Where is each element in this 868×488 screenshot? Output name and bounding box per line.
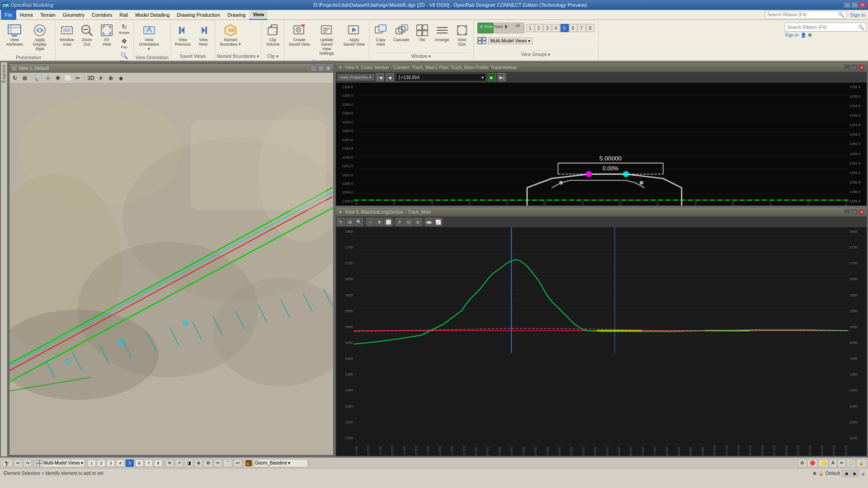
menu-item-view[interactable]: View (249, 10, 268, 20)
view-cross-canvas[interactable]: 1296.0 1295.5 1295.0 1294.5 1294.0 1293.… (336, 83, 867, 206)
copy-view-button[interactable]: CopyView (371, 22, 390, 48)
bottom-scale-btn[interactable]: ◨ (184, 459, 193, 467)
view-long-canvas[interactable]: 1800 1750 1700 1650 1600 1550 1500 1450 … (336, 227, 867, 456)
cross-close-btn[interactable]: ✕ (859, 64, 865, 70)
bottom-view-btn-3[interactable]: 3 (107, 460, 115, 467)
vt-grid-btn[interactable]: # (96, 74, 105, 82)
lt-nav-btn[interactable]: ◀▶ (425, 218, 433, 226)
menu-item-model-detailing[interactable]: Model Detailing (132, 10, 173, 20)
bottom-lock-btn[interactable]: 🔒 (856, 459, 866, 467)
lt-table-btn[interactable]: ⊟ (405, 218, 413, 226)
cross-min-btn[interactable]: _ (844, 64, 850, 70)
viewport-left-canvas[interactable] (9, 84, 333, 455)
menu-item-geometry[interactable]: Geometry (59, 10, 88, 20)
lt-grid-btn[interactable]: # (396, 218, 404, 226)
view-number-7[interactable]: 7 (578, 24, 586, 32)
view-number-5[interactable]: 5 (561, 24, 569, 32)
bottom-join-btn[interactable]: ⌒ (223, 459, 232, 467)
view-attributes-button[interactable]: ViewAttributes (4, 22, 25, 48)
bottom-cut-btn[interactable]: ✂ (214, 459, 222, 467)
cross-properties-btn[interactable]: View Properties ▾ (338, 74, 374, 80)
named-boundary-button[interactable]: NB NamedBoundary ▾ (217, 22, 244, 48)
menu-item-rail[interactable]: Rail (116, 10, 132, 20)
bottom-tools-btn4[interactable]: ✏ (838, 459, 846, 467)
prev-view-button[interactable]: Prev (477, 23, 494, 33)
lt-chart-btn[interactable]: 📈 (434, 218, 442, 226)
vt-window-btn[interactable]: ⬜ (63, 74, 72, 82)
view-orientation-button[interactable]: ViewOrientation ▾ (136, 22, 163, 53)
rotate-view-button[interactable]: ↻Rotate (117, 22, 132, 36)
bottom-settings-btn[interactable]: ⚙ (204, 459, 212, 467)
clip-volume-button[interactable]: ClipVolume (263, 22, 282, 48)
bottom-redo-btn[interactable]: ↪ (24, 459, 32, 467)
long-min-btn[interactable]: _ (844, 209, 850, 215)
vt-3d-btn[interactable]: 3D (86, 74, 95, 82)
fit-view-button[interactable]: FitView (97, 22, 116, 48)
maximize-button[interactable]: □ (851, 2, 859, 8)
bottom-view-btn-8[interactable]: 8 (154, 460, 162, 467)
view-groups-dropdown[interactable]: Multi-Model Views ▾ (488, 38, 533, 44)
cross-station-dropdown[interactable]: 1+138.664 ▾ (396, 73, 486, 81)
view-number-1[interactable]: 1 (526, 24, 534, 32)
view-number-8[interactable]: 8 (586, 24, 594, 32)
long-max-btn[interactable]: □ (851, 209, 858, 215)
vt-snap-btn[interactable]: ⊕ (106, 74, 115, 82)
bottom-view-btn-4[interactable]: 4 (116, 460, 124, 467)
close-button[interactable]: ✕ (859, 2, 866, 8)
sign-in-ribbon-label[interactable]: Sign in (785, 33, 799, 38)
vp-close-btn[interactable]: ✕ (325, 65, 331, 71)
menu-item-drawing[interactable]: Drawing (224, 10, 249, 20)
cross-nav-prev-btn[interactable]: |◀ (376, 73, 384, 81)
view-number-6[interactable]: 6 (569, 24, 577, 32)
cross-nav-back-btn[interactable]: ◀ (386, 73, 394, 81)
vp-minimize-btn[interactable]: _ (311, 65, 317, 71)
zoom-out-button[interactable]: ZoomOut (77, 22, 96, 48)
apply-saved-view-button[interactable]: ApplySaved View (341, 22, 367, 48)
create-saved-view-button[interactable]: CreateSaved View (286, 22, 312, 48)
bottom-select-btn[interactable] (2, 459, 13, 467)
cross-max-btn[interactable]: □ (851, 64, 858, 70)
window-area-button[interactable]: WindowArea (57, 22, 76, 48)
view-number-2[interactable]: 2 (535, 24, 543, 32)
search-ribbon-input[interactable] (765, 11, 846, 19)
lt-fit-btn[interactable]: ⊞ (346, 218, 354, 226)
update-saved-view-settings-button[interactable]: Update SavedView Settings (313, 22, 340, 57)
view-number-4[interactable]: 4 (552, 24, 560, 32)
search-ribbon-field[interactable] (785, 23, 866, 32)
next-view-button[interactable]: Next (494, 23, 510, 33)
pan-view-button[interactable]: ✥Pan (117, 36, 132, 50)
status-btn2[interactable]: ▶ (851, 470, 859, 477)
bottom-text-btn[interactable]: A (829, 459, 837, 467)
view-previous-button[interactable]: ViewPrevious (173, 22, 193, 48)
bottom-view-btn-2[interactable]: 2 (97, 460, 105, 467)
tile-button[interactable]: Tile (413, 22, 432, 44)
lt-zoom-btn[interactable]: 🔍 (355, 218, 363, 226)
bottom-undo-btn[interactable]: ↩ (14, 459, 22, 467)
status-btn1[interactable]: ◀ (842, 470, 850, 477)
vt-fit-btn[interactable]: ⊞ (20, 74, 29, 82)
vt-clip-btn[interactable]: ✂ (73, 74, 82, 82)
lt-snap-btn[interactable]: ⊕ (414, 218, 422, 226)
cross-nav-end-btn[interactable]: ▶| (498, 73, 506, 81)
vt-pan-btn[interactable]: ✥ (53, 74, 62, 82)
view-next-button[interactable]: ViewNext (194, 22, 213, 48)
lt-window-btn[interactable]: ⬜ (384, 218, 392, 226)
all-view-button[interactable]: All (511, 23, 524, 33)
apply-display-style-button[interactable]: ApplyDisplay Style (26, 22, 53, 53)
vt-rotate-btn[interactable]: ↻ (10, 74, 19, 82)
menu-item-drawing-production[interactable]: Drawing Production (173, 10, 224, 20)
lt-select-btn[interactable]: ⊹ (366, 218, 374, 226)
bottom-view-btn-1[interactable]: 1 (88, 460, 96, 467)
menu-item-home[interactable]: Home (16, 10, 37, 20)
bottom-move-btn[interactable]: ✕ (165, 459, 174, 467)
bottom-tools-btn3[interactable]: 🟡 (818, 459, 828, 467)
bottom-tools-btn5[interactable]: ⬚ (847, 459, 855, 467)
view-number-3[interactable]: 3 (543, 24, 552, 32)
minimize-button[interactable]: ─ (844, 2, 851, 8)
long-close-btn[interactable]: ✕ (859, 209, 865, 215)
bottom-undo2-btn[interactable]: ↩ (234, 459, 242, 467)
lt-pan-btn[interactable]: ✥ (375, 218, 383, 226)
bottom-tools-btn1[interactable]: ⚙ (798, 459, 807, 467)
arrange-button[interactable]: Arrange (433, 22, 452, 44)
cross-play-btn[interactable]: ▶ (488, 73, 496, 81)
